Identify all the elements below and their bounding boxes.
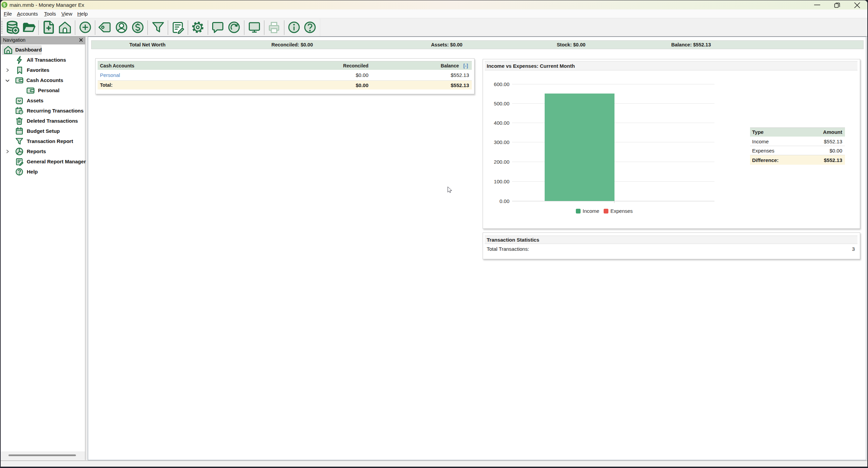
svg-text:$: $ bbox=[3, 2, 6, 7]
